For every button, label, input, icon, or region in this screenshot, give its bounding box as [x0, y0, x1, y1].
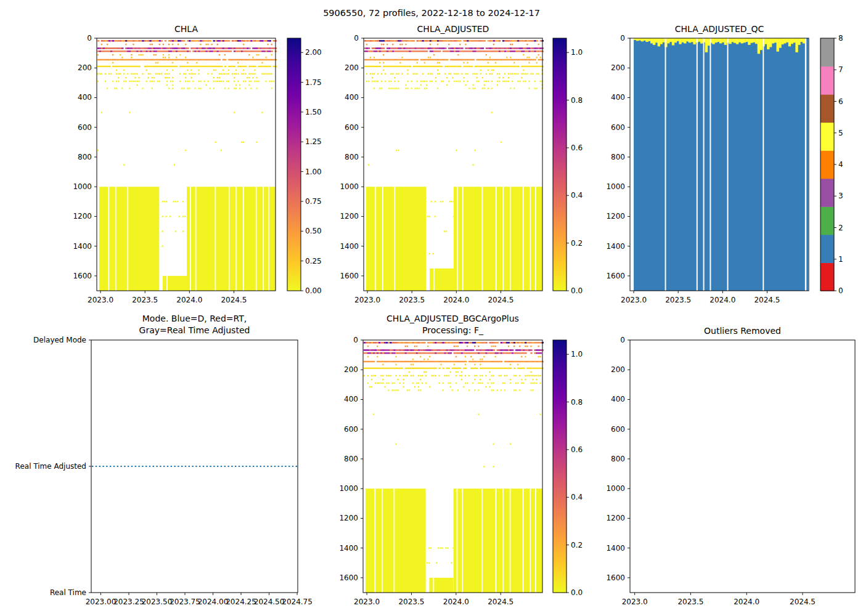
svg-text:800: 800 [78, 153, 92, 161]
svg-text:2023.25: 2023.25 [113, 598, 144, 606]
svg-text:2023.50: 2023.50 [142, 598, 173, 606]
svg-text:600: 600 [611, 425, 625, 434]
svg-text:2.00: 2.00 [305, 48, 322, 57]
svg-text:800: 800 [344, 455, 358, 463]
svg-text:0.6: 0.6 [571, 144, 583, 152]
bgcargoplus-heatmap-plot: 2023.02023.52024.02024.50200400600800100… [320, 336, 547, 614]
svg-text:0: 0 [353, 336, 358, 344]
svg-text:1.0: 1.0 [571, 350, 583, 359]
svg-text:1200: 1200 [606, 212, 625, 221]
svg-text:2024.0: 2024.0 [710, 296, 735, 304]
svg-text:200: 200 [345, 63, 359, 72]
svg-text:2023.5: 2023.5 [677, 598, 703, 606]
svg-text:2023.5: 2023.5 [665, 296, 691, 304]
svg-text:1600: 1600 [606, 272, 625, 280]
svg-text:400: 400 [78, 93, 92, 102]
svg-text:1600: 1600 [73, 272, 92, 280]
subplot-title-chla-adjusted: CHLA_ADJUSTED [364, 23, 542, 35]
subplot-title-outliers-removed: Outliers Removed [630, 325, 855, 337]
subplot-title-mode: Mode. Blue=D, Red=RT, Gray=Real Time Adj… [91, 313, 298, 336]
bgcargoplus-colorbar: 1.00.80.60.40.20.0 [552, 338, 591, 614]
svg-text:200: 200 [611, 63, 625, 72]
svg-text:400: 400 [344, 395, 358, 403]
svg-text:200: 200 [611, 365, 625, 374]
subplot-title-bgcargoplus: CHLA_ADJUSTED_BGCArgoPlus Processing: F_ [363, 313, 542, 336]
svg-text:2024.50: 2024.50 [254, 598, 285, 606]
svg-text:2023.75: 2023.75 [170, 598, 200, 606]
svg-text:1400: 1400 [606, 242, 625, 251]
chla-heatmap-plot: 2023.02023.52024.02024.50200400600800100… [54, 34, 280, 312]
svg-text:0.8: 0.8 [571, 96, 583, 105]
svg-text:1.00: 1.00 [305, 168, 322, 176]
svg-text:2023.00: 2023.00 [86, 598, 117, 606]
svg-text:1: 1 [838, 255, 843, 264]
svg-text:1400: 1400 [339, 544, 358, 553]
svg-text:Real Time: Real Time [50, 588, 86, 597]
svg-text:0.75: 0.75 [305, 197, 322, 206]
chla-adjusted-qc-plot: 2023.02023.52024.02024.50200400600800100… [587, 34, 814, 312]
svg-text:1.25: 1.25 [305, 137, 322, 146]
svg-text:2024.5: 2024.5 [488, 296, 513, 304]
svg-text:200: 200 [78, 63, 92, 72]
svg-text:1400: 1400 [340, 242, 359, 251]
svg-text:Real Time Adjusted: Real Time Adjusted [15, 462, 86, 471]
svg-text:1200: 1200 [340, 212, 359, 221]
svg-text:800: 800 [345, 153, 359, 161]
svg-text:1000: 1000 [73, 182, 92, 191]
svg-text:0: 0 [620, 34, 625, 43]
svg-text:3: 3 [838, 192, 843, 200]
svg-text:1000: 1000 [606, 182, 625, 191]
svg-text:400: 400 [611, 395, 625, 403]
svg-text:800: 800 [611, 455, 625, 463]
svg-text:2023.0: 2023.0 [88, 296, 113, 304]
svg-text:1000: 1000 [340, 182, 359, 191]
svg-text:200: 200 [344, 365, 358, 374]
chla-colorbar: 2.001.751.501.251.000.750.500.250.00 [286, 36, 325, 312]
svg-text:2024.5: 2024.5 [790, 598, 816, 606]
svg-text:1200: 1200 [73, 212, 92, 221]
svg-text:2023.0: 2023.0 [354, 598, 380, 606]
svg-text:0.8: 0.8 [571, 398, 583, 407]
svg-text:0.50: 0.50 [305, 227, 322, 235]
svg-text:2023.5: 2023.5 [399, 296, 425, 304]
svg-text:1600: 1600 [339, 573, 358, 582]
svg-text:0.4: 0.4 [571, 191, 583, 200]
svg-text:2: 2 [838, 224, 843, 232]
svg-text:0.0: 0.0 [571, 588, 583, 597]
svg-text:600: 600 [611, 123, 625, 132]
subplot-title-chla-adjusted-qc: CHLA_ADJUSTED_QC [630, 23, 809, 35]
svg-text:1.0: 1.0 [571, 48, 583, 57]
svg-text:6: 6 [838, 97, 843, 106]
svg-text:0.4: 0.4 [571, 493, 583, 501]
outliers-removed-plot: 2023.02023.52024.02024.50200400600800100… [587, 336, 860, 614]
svg-text:1000: 1000 [606, 484, 625, 493]
figure-title: 5906550, 72 profiles, 2022-12-18 to 2024… [0, 8, 863, 18]
svg-text:2024.0: 2024.0 [443, 296, 469, 304]
svg-text:0.2: 0.2 [571, 239, 583, 248]
svg-text:1000: 1000 [339, 484, 358, 493]
svg-text:1600: 1600 [606, 573, 625, 582]
svg-text:600: 600 [345, 123, 359, 132]
svg-text:0: 0 [838, 286, 843, 295]
qc-flag-colorbar: 876543210 [819, 36, 859, 312]
svg-text:2023.0: 2023.0 [622, 598, 648, 606]
svg-text:400: 400 [611, 93, 625, 102]
svg-text:2023.0: 2023.0 [621, 296, 647, 304]
svg-text:1200: 1200 [606, 514, 625, 522]
svg-text:400: 400 [345, 93, 359, 102]
svg-text:600: 600 [78, 123, 92, 132]
svg-text:2024.0: 2024.0 [734, 598, 759, 606]
svg-text:2023.0: 2023.0 [354, 296, 380, 304]
svg-text:8: 8 [838, 34, 843, 43]
svg-text:1400: 1400 [73, 242, 92, 251]
svg-text:1.50: 1.50 [305, 108, 322, 116]
svg-text:1400: 1400 [606, 544, 625, 553]
svg-text:2024.0: 2024.0 [443, 598, 469, 606]
svg-text:2024.75: 2024.75 [282, 598, 313, 606]
svg-text:0: 0 [354, 34, 359, 43]
svg-text:0.2: 0.2 [571, 541, 583, 549]
svg-text:5: 5 [838, 129, 843, 137]
subplot-title-chla: CHLA [97, 23, 276, 35]
svg-text:7: 7 [838, 65, 843, 74]
svg-text:2023.5: 2023.5 [398, 598, 424, 606]
